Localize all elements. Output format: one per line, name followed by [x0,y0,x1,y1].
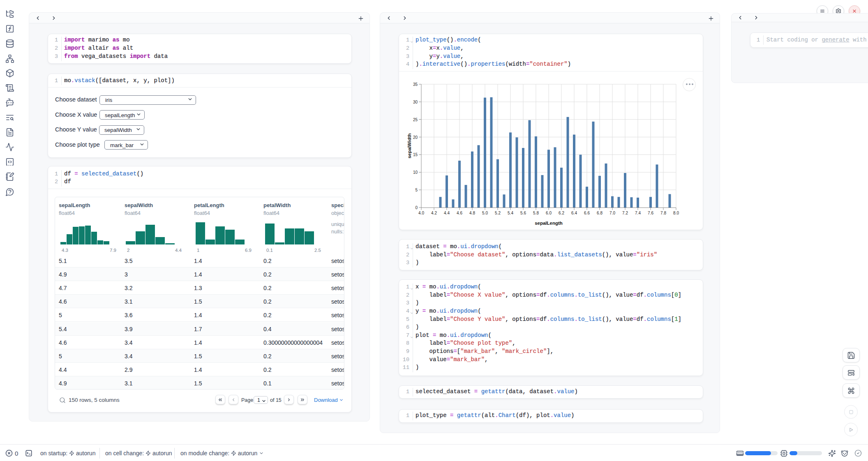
svg-text:5.6: 5.6 [520,211,526,215]
svg-text:4.8: 4.8 [469,211,475,215]
svg-text:7.8: 7.8 [660,211,666,215]
svg-text:30: 30 [413,100,418,104]
svg-text:6.2: 6.2 [559,211,564,215]
svg-text:7.0: 7.0 [609,211,615,215]
svg-text:6.6: 6.6 [584,211,590,215]
svg-text:5.0: 5.0 [482,211,488,215]
svg-text:10: 10 [413,170,418,175]
svg-text:6.4: 6.4 [571,211,577,215]
svg-text:35: 35 [413,82,418,87]
svg-text:4.0: 4.0 [418,211,424,215]
svg-text:25: 25 [413,118,418,122]
svg-text:4.2: 4.2 [431,211,437,215]
svg-text:sepalWidth: sepalWidth [407,133,412,158]
svg-text:0: 0 [415,205,418,210]
svg-text:6.0: 6.0 [546,211,552,215]
svg-text:8.0: 8.0 [673,211,679,215]
svg-text:4.4: 4.4 [444,211,450,215]
svg-text:7.2: 7.2 [622,211,628,215]
svg-text:5.2: 5.2 [495,211,501,215]
svg-text:5.4: 5.4 [508,211,513,215]
svg-text:7.4: 7.4 [635,211,641,215]
svg-text:4.6: 4.6 [457,211,462,215]
svg-text:20: 20 [413,135,418,140]
svg-text:7.6: 7.6 [648,211,653,215]
svg-text:5.8: 5.8 [533,211,539,215]
svg-text:6.8: 6.8 [597,211,603,215]
svg-text:15: 15 [413,152,418,157]
svg-text:sepalLength: sepalLength [535,221,563,226]
svg-text:5: 5 [415,188,418,192]
